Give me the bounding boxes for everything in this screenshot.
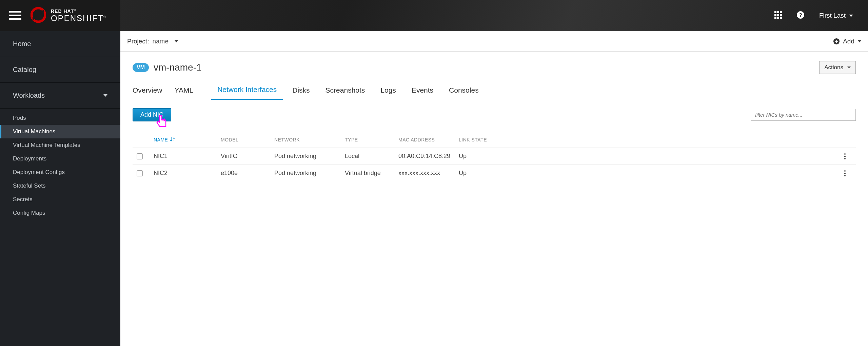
table-row: NIC1 ViritIO Pod networking Local 00:A0:… [133,148,856,165]
column-header-link[interactable]: LINK STATE [459,137,506,142]
project-name: name [152,38,169,45]
tab-screenshots[interactable]: Screanshots [319,86,371,100]
project-label: Project: [127,38,149,45]
column-header-model[interactable]: MODEL [221,137,274,142]
tab-overview[interactable]: Overview [133,86,169,100]
row-kebab-menu[interactable] [838,153,852,159]
svg-text:Z: Z [173,139,175,141]
table-row: NIC2 e100e Pod networking Virtual bridge… [133,165,856,181]
project-selector[interactable]: name [152,38,178,45]
sidebar-item-catalog[interactable]: Catalog [0,57,120,83]
svg-rect-10 [774,17,776,19]
tab-logs[interactable]: Logs [374,86,402,100]
brand-logo[interactable]: RED HAT® OPENSHIFT® [31,7,106,24]
svg-rect-0 [9,11,21,13]
column-header-type[interactable]: TYPE [345,137,398,142]
svg-rect-8 [777,14,779,16]
cell-model: ViritIO [221,153,274,160]
table-header: NAME AZ MODEL NETWORK TYPE MAC ADDRESS L… [133,136,856,148]
tab-consoles[interactable]: Consoles [443,86,485,100]
sidebar-item-workloads[interactable]: Workloads [0,83,120,109]
svg-rect-7 [774,14,776,16]
tab-disks[interactable]: Disks [286,86,316,100]
caret-down-icon [175,40,178,42]
plus-circle-icon: + [833,38,840,44]
row-checkbox[interactable] [137,170,143,176]
main-content: Project: name + Add VM vm-name-1 Actions… [120,31,868,346]
caret-down-icon [849,15,853,17]
row-kebab-menu[interactable] [838,170,852,176]
hamburger-menu-button[interactable] [0,11,31,20]
sidebar-item-config-maps[interactable]: Config Maps [0,206,120,220]
cell-mac: 00:A0:C9:14:C8:29 [398,153,459,160]
svg-rect-12 [780,17,782,19]
sidebar: Home Catalog Workloads Pods Virtual Mach… [0,31,120,346]
sidebar-item-deployment-configs[interactable]: Deployment Configs [0,166,120,179]
cell-model: e100e [221,170,274,177]
sidebar-item-deployments[interactable]: Deployments [0,152,120,166]
actions-button[interactable]: Actions [819,61,856,74]
project-bar: Project: name + Add [120,31,868,52]
cell-network: Pod networking [274,153,345,160]
svg-rect-6 [780,11,782,13]
brand-text: RED HAT® OPENSHIFT® [51,9,106,22]
chevron-down-icon [103,94,107,97]
sidebar-item-pods[interactable]: Pods [0,109,120,125]
column-header-name[interactable]: NAME AZ [154,136,221,143]
svg-rect-9 [780,14,782,16]
svg-rect-11 [777,17,779,19]
sort-icon: AZ [170,136,175,143]
cell-link: Up [459,153,506,160]
cell-name: NIC1 [154,153,221,160]
tab-yaml[interactable]: YAML [169,86,203,100]
cell-link: Up [459,170,506,177]
svg-text:?: ? [799,12,802,18]
svg-point-3 [32,8,45,22]
sidebar-item-stateful-sets[interactable]: Stateful Sets [0,179,120,193]
app-launcher-button[interactable] [774,11,782,20]
cell-network: Pod networking [274,170,345,177]
caret-down-icon [858,40,861,42]
page-header: VM vm-name-1 Actions [120,52,868,74]
filter-input[interactable] [751,109,856,121]
svg-text:A: A [173,137,175,139]
svg-rect-5 [777,11,779,13]
actions-label: Actions [824,64,843,71]
tab-events[interactable]: Events [406,86,439,100]
help-button[interactable]: ? [797,11,804,20]
svg-rect-1 [9,15,21,16]
cell-name: NIC2 [154,170,221,177]
nic-table: NAME AZ MODEL NETWORK TYPE MAC ADDRESS L… [133,136,856,181]
sidebar-item-home[interactable]: Home [0,31,120,57]
caret-down-icon [847,66,851,69]
add-nic-button[interactable]: Add NIC [133,108,171,121]
hamburger-icon [9,11,21,20]
cell-type: Virtual bridge [345,170,398,177]
sidebar-item-virtual-machines[interactable]: Virtual Machines [0,125,120,138]
toolbar: Add NIC [133,108,856,121]
column-header-mac[interactable]: MAC ADDRESS [398,137,459,142]
add-button[interactable]: + Add [833,38,861,45]
cell-type: Local [345,153,398,160]
user-menu[interactable]: First Last [819,12,853,19]
page-title: vm-name-1 [154,62,202,73]
vm-badge: VM [133,63,149,72]
add-label: Add [843,38,854,45]
topbar-background [120,0,868,31]
svg-rect-2 [9,18,21,20]
user-name: First Last [819,12,846,19]
tab-row: Overview YAML Network Interfaces Disks S… [120,74,868,100]
help-icon: ? [797,11,804,19]
sidebar-item-label: Workloads [13,92,45,99]
cell-mac: xxx.xxx.xxx.xxx [398,170,459,177]
sidebar-item-secrets[interactable]: Secrets [0,193,120,206]
row-checkbox[interactable] [137,153,143,159]
openshift-logo-icon [31,7,46,24]
top-bar: RED HAT® OPENSHIFT® ? First Last [0,0,868,31]
tab-network-interfaces[interactable]: Network Interfaces [211,85,283,100]
svg-rect-4 [774,11,776,13]
sidebar-item-vm-templates[interactable]: Virtual Machine Templates [0,138,120,152]
grid-icon [774,11,782,19]
column-header-network[interactable]: NETWORK [274,137,345,142]
